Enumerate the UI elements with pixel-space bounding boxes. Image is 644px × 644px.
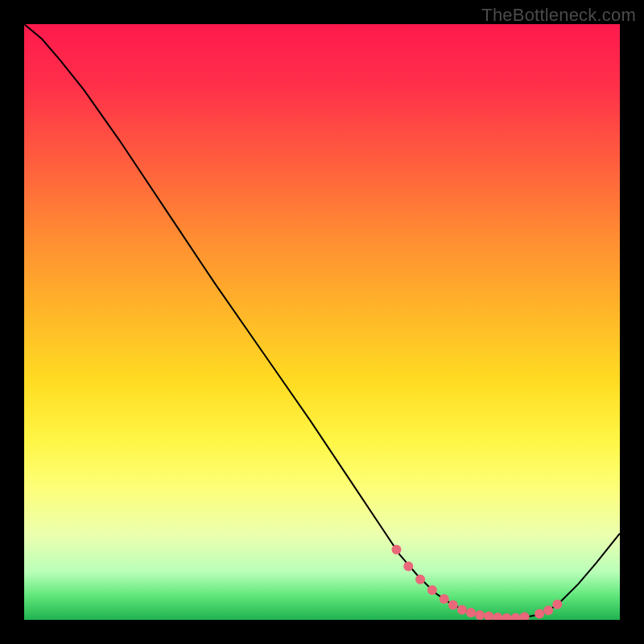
highlight-dot [403, 561, 413, 571]
watermark-label: TheBottleneck.com [481, 5, 636, 26]
chart-svg [24, 24, 620, 620]
highlight-dot [448, 601, 458, 610]
highlight-dot [392, 545, 402, 555]
highlight-dot [552, 600, 562, 609]
highlight-dot [466, 608, 476, 617]
highlight-dot [535, 609, 544, 619]
highlight-dot [427, 585, 437, 595]
plot-area [24, 24, 620, 620]
highlight-dot [440, 594, 449, 604]
highlight-dot [415, 575, 425, 584]
highlight-dot [543, 605, 553, 615]
gradient-background [24, 24, 620, 620]
chart-container: TheBottleneck.com [0, 0, 644, 644]
highlight-dot [457, 605, 467, 614]
highlight-dot [475, 610, 485, 620]
